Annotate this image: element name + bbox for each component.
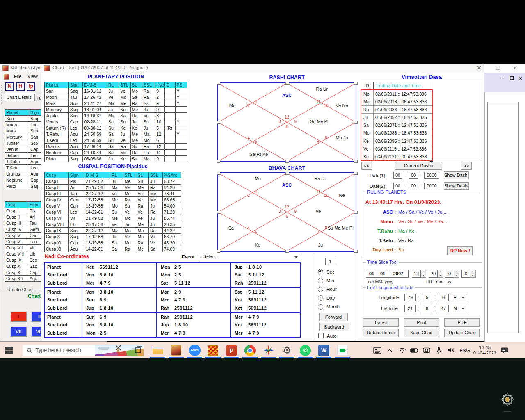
tray-camera[interactable] [420,342,433,358]
tray-wifi[interactable] [396,342,408,358]
spinner-arrows-icon[interactable]: ▲▼ [421,270,426,278]
dasa-row[interactable]: Ma02/06/2018 :: 06:47:53.836 [361,98,433,106]
spinner-arrows-icon[interactable]: ▲▼ [454,270,459,278]
current-dasha-button[interactable]: Current Dasha [395,162,442,170]
date2-month-field[interactable]: 00 [409,183,418,189]
second-spinner[interactable]: 0▲▼ [445,270,459,278]
radio-button-icon[interactable] [318,287,323,292]
restore-icon[interactable]: ❐ [496,65,500,71]
latitude-min-field[interactable]: 8 [422,305,432,312]
date1-month-field[interactable]: 00 [409,172,418,179]
taskbar-app-meet[interactable] [333,342,352,358]
print-button[interactable]: Print [404,318,439,327]
minimize-icon[interactable]: – [502,75,504,80]
dasa-row[interactable]: Me01/06/2088 :: 18:47:53.836 [361,129,433,137]
tray-news[interactable] [371,342,383,358]
close-icon[interactable]: ✕ [513,65,517,71]
close-icon[interactable]: x [519,75,522,80]
radio-button-icon[interactable] [318,304,323,310]
show-dasha-button-2[interactable]: Show Dasha [444,182,469,190]
transit-button[interactable]: Transit [363,318,399,327]
taskbar-app-chrome[interactable] [241,342,259,358]
event-select[interactable]: --Select-- [199,253,300,260]
slice-day-field[interactable]: 01 [366,270,377,278]
taskbar-app-file-explorer[interactable] [148,342,167,358]
tray-battery[interactable] [408,342,420,358]
task-view-button[interactable] [135,346,144,356]
taskbar-app-whatsapp[interactable]: ✆ [296,342,315,358]
taskbar-app-settings[interactable]: ⚙ [278,342,296,358]
rotate-house-button[interactable]: Rotate House [363,329,399,337]
tray-microphone[interactable] [433,342,445,358]
step-value-input[interactable]: 1 [325,258,335,265]
start-button[interactable] [5,346,13,354]
forward-button[interactable]: Forward [319,313,348,321]
toolbar-button-n[interactable]: N [5,82,14,91]
menu-view[interactable]: View [27,74,38,79]
auto-checkbox-row[interactable]: Auto [318,333,337,338]
longitude-deg-field[interactable]: 79 [404,294,416,301]
dasa-next-button[interactable]: >> [461,162,472,170]
dasa-col-d[interactable]: D [361,82,374,90]
hour-spinner[interactable]: 12▲▼ [412,270,426,278]
dasa-col-ending[interactable]: Ending Date and Time [374,82,433,90]
tab-chart-details[interactable]: Chart Details [4,93,34,101]
radio-sec[interactable]: Sec [318,267,340,276]
tray-chevron-up[interactable] [383,342,396,358]
date1-day-field[interactable]: 00 [393,172,402,179]
search-input[interactable]: Type here to search [23,345,144,356]
main-titlebar[interactable]: Chart : Test (01/01/2007 at 12:20:0 - Na… [41,64,484,73]
longitude-min-field[interactable]: 5 [422,294,432,301]
dasa-row[interactable]: Ve03/06/2115 :: 12:47:53.836 [361,145,433,153]
update-chart-button[interactable]: Update Chart [444,329,480,337]
radio-hour[interactable]: Hour [318,285,340,294]
tray-speaker[interactable] [445,342,457,358]
taskbar-app-powerpoint[interactable]: P [222,342,241,358]
menu-file[interactable]: File [14,74,22,79]
toolbar-button-ip[interactable]: Ip [27,82,35,91]
taskbar-app-yantra-app[interactable] [204,342,222,358]
dasa-row[interactable]: Su03/06/2121 :: 00:47:53.836 [361,153,433,161]
latitude-sec-field[interactable]: 47 [438,305,449,312]
dasa-row[interactable]: Sa02/06/2071 :: 12:47:53.836 [361,121,433,129]
fraction-spinner[interactable]: 0▲▼ [461,270,476,278]
close-icon[interactable]: ✕ [475,64,483,72]
taskbar-app-astro-app[interactable] [167,342,185,358]
radio-button-icon[interactable] [318,295,323,301]
language-indicator[interactable]: ENG [457,342,472,358]
longitude-sec-field[interactable]: 6 [438,294,449,301]
restore-icon[interactable]: ❐ [510,75,514,81]
taskbar-app-jyotish-star[interactable] [259,342,278,358]
pdf-button[interactable]: PDF [444,318,480,327]
spinner-arrows-icon[interactable]: ▲▼ [438,270,443,278]
radio-min[interactable]: Min [318,276,340,285]
date2-year-field[interactable]: 0000 [424,183,439,189]
radio-month[interactable]: Month [318,303,340,311]
taskbar-app-word[interactable]: W [315,342,333,358]
rp-now-button[interactable]: RP Now ! [447,246,473,255]
latitude-deg-field[interactable]: 21 [404,305,416,312]
dasa-row[interactable]: Ke02/06/2095 :: 12:47:53.836 [361,137,433,145]
clock[interactable]: 13:4501-04-2023 [472,342,498,358]
dasa-row[interactable]: Ra01/06/2036 :: 18:47:53.836 [361,106,433,114]
slice-month-field[interactable]: 01 [377,270,388,278]
dasa-row[interactable]: Mo02/06/2011 :: 12:47:53.836 [361,90,433,98]
rotate-house-7-button[interactable]: VII [10,326,27,337]
dasa-row[interactable]: Ju01/06/2052 :: 18:47:53.836 [361,114,433,121]
slice-year-field[interactable]: 2007 [388,270,409,278]
radio-day[interactable]: Day [318,294,340,302]
show-dasha-button-1[interactable]: Show Dasha [444,171,469,179]
auto-checkbox[interactable] [318,333,324,338]
longitude-dir-select[interactable]: E [452,294,467,301]
notification-center-button[interactable] [498,342,511,358]
dasa-prev-button[interactable]: << [361,162,372,170]
rotate-house-1-button[interactable]: I [10,311,27,322]
latitude-dir-select[interactable]: N [452,305,467,312]
backward-button[interactable]: Backward [319,323,349,331]
date1-year-field[interactable]: 0000 [424,172,439,179]
minute-spinner[interactable]: 20▲▼ [429,270,443,278]
toolbar-button-h[interactable]: H [16,82,25,91]
save-chart-button[interactable]: Save Chart [404,329,439,337]
taskbar-app-zoom[interactable]: zoom [185,342,204,358]
date2-day-field[interactable]: 00 [393,183,402,189]
